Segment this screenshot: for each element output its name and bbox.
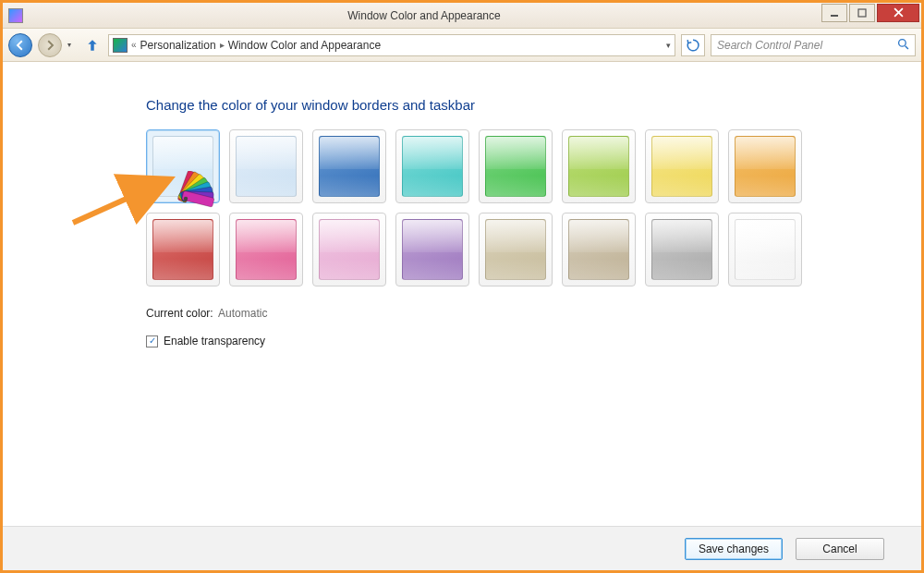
nav-bar: ▾ « Personalization ▸ Window Color and A… [3,29,921,62]
chevron-left-icon: « [131,40,137,50]
swatch-chip [319,219,380,280]
chevron-right-icon: ▸ [220,40,225,50]
save-changes-button[interactable]: Save changes [685,538,783,560]
color-swatch-yellow[interactable] [645,129,719,203]
search-placeholder: Search Control Panel [717,39,822,52]
swatch-chip [735,136,796,197]
dialog-footer: Save changes Cancel [3,526,921,570]
transparency-checkbox[interactable]: ✓ [146,335,158,347]
swatch-chip [402,219,463,280]
swatch-chip [152,136,213,197]
content-area: Change the color of your window borders … [3,62,921,526]
svg-rect-1 [858,9,866,17]
swatch-chip [568,219,629,280]
search-icon [897,38,909,53]
transparency-row: ✓ Enable transparency [146,335,921,347]
swatch-chip [236,136,297,197]
control-panel-icon [113,38,128,53]
breadcrumb-personalization[interactable]: Personalization [140,39,216,52]
history-dropdown[interactable]: ▾ [67,41,77,49]
address-bar[interactable]: « Personalization ▸ Window Color and App… [108,34,675,56]
color-swatch-white[interactable] [728,213,802,286]
window-title: Window Color and Appearance [29,9,820,22]
color-swatch-automatic[interactable] [146,129,220,203]
current-color-value: Automatic [218,307,267,320]
color-swatch-purple[interactable] [395,213,469,286]
maximize-button[interactable] [849,4,875,22]
swatch-chip [651,136,712,197]
search-box[interactable]: Search Control Panel [711,34,916,56]
breadcrumb-window-color[interactable]: Window Color and Appearance [228,39,381,52]
color-swatch-frost[interactable] [229,129,303,203]
up-button[interactable] [82,35,103,55]
svg-line-3 [906,45,908,48]
address-dropdown[interactable]: ▾ [666,41,671,50]
swatch-chip [735,219,796,280]
cancel-button[interactable]: Cancel [796,538,884,560]
window-controls [820,4,919,22]
back-button[interactable] [8,33,32,57]
color-swatch-taupe[interactable] [479,213,553,286]
color-swatch-grid [146,129,921,290]
color-swatch-blue[interactable] [312,129,386,203]
color-swatch-gray[interactable] [645,213,719,286]
swatch-chip [485,219,546,280]
swatch-chip [402,136,463,197]
swatch-chip [152,219,213,280]
svg-rect-0 [831,15,838,17]
minimize-button[interactable] [821,4,847,22]
close-button[interactable] [877,4,919,22]
swatch-chip [485,136,546,197]
color-swatch-orange[interactable] [728,129,802,203]
forward-button[interactable] [38,33,62,57]
swatch-chip [651,219,712,280]
current-color-line: Current color: Automatic [146,307,921,320]
color-swatch-pink[interactable] [312,213,386,286]
swatch-chip [568,136,629,197]
swatch-chip [319,136,380,197]
refresh-button[interactable] [681,34,705,56]
color-swatch-lime[interactable] [562,129,636,203]
transparency-label: Enable transparency [164,335,265,347]
color-swatch-green[interactable] [479,129,553,203]
svg-point-12 [184,197,188,201]
color-swatch-chocolate[interactable] [562,213,636,286]
page-heading: Change the color of your window borders … [146,97,921,113]
color-swatch-magenta[interactable] [229,213,303,286]
color-swatch-red[interactable] [146,213,220,286]
title-bar: Window Color and Appearance [3,3,921,29]
color-swatch-teal[interactable] [395,129,469,203]
current-color-label: Current color: [146,307,213,320]
swatch-chip [236,219,297,280]
svg-point-2 [899,39,906,46]
app-icon [8,8,23,23]
